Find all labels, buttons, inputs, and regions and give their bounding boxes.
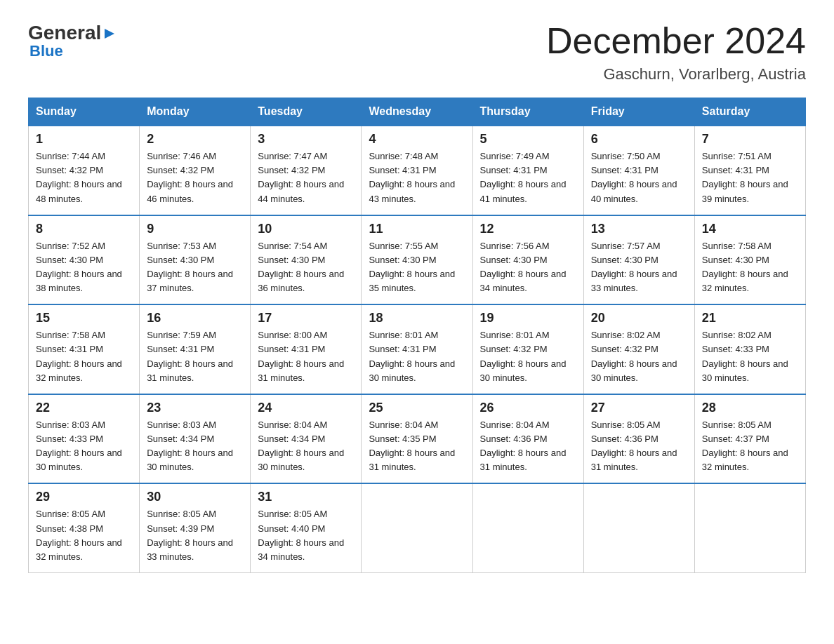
weekday-tuesday: Tuesday [251, 98, 362, 126]
day-number: 1 [36, 132, 132, 147]
day-info: Sunrise: 8:05 AMSunset: 4:38 PMDaylight:… [36, 507, 132, 564]
day-info: Sunrise: 7:58 AMSunset: 4:30 PMDaylight:… [702, 239, 798, 296]
calendar-cell: 17 Sunrise: 8:00 AMSunset: 4:31 PMDaylig… [251, 304, 362, 394]
day-info: Sunrise: 7:57 AMSunset: 4:30 PMDaylight:… [591, 239, 687, 296]
day-info: Sunrise: 7:54 AMSunset: 4:30 PMDaylight:… [258, 239, 354, 296]
weekday-sunday: Sunday [29, 98, 140, 126]
day-number: 13 [591, 222, 687, 236]
weekday-saturday: Saturday [694, 98, 805, 126]
day-number: 6 [591, 132, 687, 147]
calendar-cell: 3 Sunrise: 7:47 AMSunset: 4:32 PMDayligh… [251, 126, 362, 215]
calendar-location: Gaschurn, Vorarlberg, Austria [546, 65, 806, 83]
logo-text: General [28, 21, 116, 45]
calendar-cell: 11 Sunrise: 7:55 AMSunset: 4:30 PMDaylig… [362, 215, 472, 305]
day-info: Sunrise: 7:44 AMSunset: 4:32 PMDaylight:… [36, 149, 132, 206]
day-info: Sunrise: 7:48 AMSunset: 4:31 PMDaylight:… [369, 149, 465, 206]
day-number: 3 [258, 132, 354, 147]
day-number: 26 [480, 401, 576, 415]
day-number: 27 [591, 401, 687, 415]
calendar-cell: 7 Sunrise: 7:51 AMSunset: 4:31 PMDayligh… [694, 126, 805, 215]
day-number: 29 [36, 490, 132, 504]
week-row-5: 29 Sunrise: 8:05 AMSunset: 4:38 PMDaylig… [29, 483, 806, 572]
calendar-cell: 27 Sunrise: 8:05 AMSunset: 4:36 PMDaylig… [583, 394, 694, 484]
day-info: Sunrise: 7:59 AMSunset: 4:31 PMDaylight:… [147, 328, 243, 385]
logo-blue-text: Blue [29, 42, 116, 60]
logo: General Blue [28, 21, 116, 60]
day-info: Sunrise: 8:05 AMSunset: 4:36 PMDaylight:… [591, 418, 687, 475]
day-number: 28 [702, 401, 798, 415]
day-info: Sunrise: 8:02 AMSunset: 4:33 PMDaylight:… [702, 328, 798, 385]
calendar-cell: 12 Sunrise: 7:56 AMSunset: 4:30 PMDaylig… [472, 215, 583, 305]
calendar-cell: 21 Sunrise: 8:02 AMSunset: 4:33 PMDaylig… [694, 304, 805, 394]
day-info: Sunrise: 7:56 AMSunset: 4:30 PMDaylight:… [480, 239, 576, 296]
calendar-cell: 15 Sunrise: 7:58 AMSunset: 4:31 PMDaylig… [29, 304, 140, 394]
day-number: 21 [702, 311, 798, 326]
day-number: 12 [480, 222, 576, 236]
calendar-cell: 20 Sunrise: 8:02 AMSunset: 4:32 PMDaylig… [583, 304, 694, 394]
weekday-thursday: Thursday [472, 98, 583, 126]
day-info: Sunrise: 8:05 AMSunset: 4:37 PMDaylight:… [702, 418, 798, 475]
week-row-3: 15 Sunrise: 7:58 AMSunset: 4:31 PMDaylig… [29, 304, 806, 394]
calendar-body: 1 Sunrise: 7:44 AMSunset: 4:32 PMDayligh… [29, 126, 806, 572]
day-number: 18 [369, 311, 465, 326]
weekday-monday: Monday [140, 98, 251, 126]
day-info: Sunrise: 7:55 AMSunset: 4:30 PMDaylight:… [369, 239, 465, 296]
day-info: Sunrise: 8:03 AMSunset: 4:34 PMDaylight:… [147, 418, 243, 475]
day-number: 10 [258, 222, 354, 236]
day-number: 2 [147, 132, 243, 147]
day-number: 7 [702, 132, 798, 147]
day-info: Sunrise: 8:01 AMSunset: 4:31 PMDaylight:… [369, 328, 465, 385]
calendar-cell: 28 Sunrise: 8:05 AMSunset: 4:37 PMDaylig… [694, 394, 805, 484]
calendar-cell: 19 Sunrise: 8:01 AMSunset: 4:32 PMDaylig… [472, 304, 583, 394]
day-number: 9 [147, 222, 243, 236]
day-info: Sunrise: 8:00 AMSunset: 4:31 PMDaylight:… [258, 328, 354, 385]
day-info: Sunrise: 7:49 AMSunset: 4:31 PMDaylight:… [480, 149, 576, 206]
calendar-title: December 2024 [546, 21, 806, 61]
calendar-cell: 26 Sunrise: 8:04 AMSunset: 4:36 PMDaylig… [472, 394, 583, 484]
week-row-4: 22 Sunrise: 8:03 AMSunset: 4:33 PMDaylig… [29, 394, 806, 484]
day-number: 20 [591, 311, 687, 326]
calendar-cell: 4 Sunrise: 7:48 AMSunset: 4:31 PMDayligh… [362, 126, 472, 215]
calendar-table: SundayMondayTuesdayWednesdayThursdayFrid… [28, 98, 806, 573]
day-info: Sunrise: 8:04 AMSunset: 4:36 PMDaylight:… [480, 418, 576, 475]
calendar-cell: 23 Sunrise: 8:03 AMSunset: 4:34 PMDaylig… [140, 394, 251, 484]
calendar-cell: 8 Sunrise: 7:52 AMSunset: 4:30 PMDayligh… [29, 215, 140, 305]
calendar-cell: 13 Sunrise: 7:57 AMSunset: 4:30 PMDaylig… [583, 215, 694, 305]
day-number: 17 [258, 311, 354, 326]
calendar-cell: 30 Sunrise: 8:05 AMSunset: 4:39 PMDaylig… [140, 483, 251, 572]
day-info: Sunrise: 8:01 AMSunset: 4:32 PMDaylight:… [480, 328, 576, 385]
day-info: Sunrise: 7:46 AMSunset: 4:32 PMDaylight:… [147, 149, 243, 206]
day-info: Sunrise: 7:50 AMSunset: 4:31 PMDaylight:… [591, 149, 687, 206]
svg-marker-0 [105, 29, 114, 39]
day-info: Sunrise: 8:03 AMSunset: 4:33 PMDaylight:… [36, 418, 132, 475]
week-row-2: 8 Sunrise: 7:52 AMSunset: 4:30 PMDayligh… [29, 215, 806, 305]
week-row-1: 1 Sunrise: 7:44 AMSunset: 4:32 PMDayligh… [29, 126, 806, 215]
calendar-cell [583, 483, 694, 572]
weekday-header-row: SundayMondayTuesdayWednesdayThursdayFrid… [29, 98, 806, 126]
day-info: Sunrise: 8:05 AMSunset: 4:39 PMDaylight:… [147, 507, 243, 564]
day-number: 14 [702, 222, 798, 236]
calendar-cell [362, 483, 472, 572]
day-number: 22 [36, 401, 132, 415]
day-number: 24 [258, 401, 354, 415]
calendar-cell [694, 483, 805, 572]
calendar-cell: 25 Sunrise: 8:04 AMSunset: 4:35 PMDaylig… [362, 394, 472, 484]
day-info: Sunrise: 7:53 AMSunset: 4:30 PMDaylight:… [147, 239, 243, 296]
day-info: Sunrise: 8:05 AMSunset: 4:40 PMDaylight:… [258, 507, 354, 564]
day-number: 11 [369, 222, 465, 236]
calendar-cell: 29 Sunrise: 8:05 AMSunset: 4:38 PMDaylig… [29, 483, 140, 572]
day-number: 23 [147, 401, 243, 415]
day-info: Sunrise: 8:02 AMSunset: 4:32 PMDaylight:… [591, 328, 687, 385]
calendar-cell: 31 Sunrise: 8:05 AMSunset: 4:40 PMDaylig… [251, 483, 362, 572]
day-info: Sunrise: 8:04 AMSunset: 4:35 PMDaylight:… [369, 418, 465, 475]
day-number: 4 [369, 132, 465, 147]
day-info: Sunrise: 7:51 AMSunset: 4:31 PMDaylight:… [702, 149, 798, 206]
calendar-cell: 22 Sunrise: 8:03 AMSunset: 4:33 PMDaylig… [29, 394, 140, 484]
calendar-cell: 14 Sunrise: 7:58 AMSunset: 4:30 PMDaylig… [694, 215, 805, 305]
day-number: 8 [36, 222, 132, 236]
calendar-cell: 10 Sunrise: 7:54 AMSunset: 4:30 PMDaylig… [251, 215, 362, 305]
logo-general: General [28, 22, 101, 44]
page-header: General Blue December 2024 Gaschurn, Vor… [28, 21, 806, 83]
day-info: Sunrise: 7:52 AMSunset: 4:30 PMDaylight:… [36, 239, 132, 296]
calendar-cell: 9 Sunrise: 7:53 AMSunset: 4:30 PMDayligh… [140, 215, 251, 305]
